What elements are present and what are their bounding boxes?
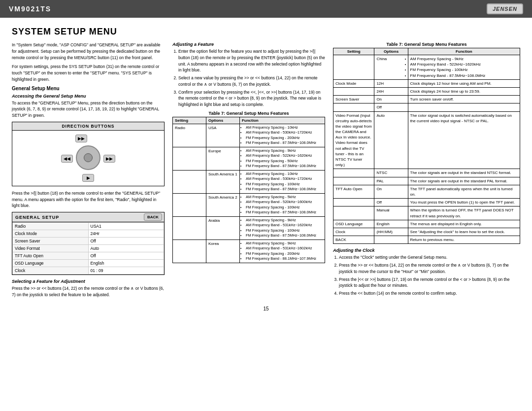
right-table-row: BACKReturn to previous menu. xyxy=(333,236,520,244)
setup-label: Video Format xyxy=(13,245,89,252)
setup-row: Screen SaverOff xyxy=(13,238,164,245)
right-row-setting xyxy=(333,199,374,206)
general-setup-menu-title: General Setup Menu xyxy=(12,86,165,91)
col-left: In "System Setup" mode, "ASP CONFIG" and… xyxy=(12,42,165,301)
right-row-setting xyxy=(333,206,374,220)
setup-row: TFT Auto OpenOff xyxy=(13,252,164,260)
right-row-setting xyxy=(333,87,374,95)
accessing-title: Accessing the General Setup Menu xyxy=(12,94,165,99)
right-table-row: Clock Mode12HClock displays 12 hour time… xyxy=(333,79,520,87)
mid-row-function: AM Frequency Spacing - 9kHzAM Frequency … xyxy=(239,216,325,240)
right-row-option: 12H xyxy=(374,79,408,87)
mid-row-option: South America 2 xyxy=(206,193,239,216)
mid-row-setting xyxy=(173,147,206,170)
setup-value: Off xyxy=(88,252,164,260)
right-table-row: NTSCThe color signals are output in the … xyxy=(333,169,520,177)
mid-th-function: Function xyxy=(239,117,325,124)
header-logo: JENSEN xyxy=(487,3,523,14)
mid-table-row: RadioUSAAM Frequency Spacing - 10kHzAM F… xyxy=(173,124,325,147)
selecting-title: Selecting a Feature for Adjustment xyxy=(12,279,165,284)
col-mid: Adjusting a Feature Enter the option fie… xyxy=(172,42,325,263)
adjusting-step: Select a new value by pressing the >> or… xyxy=(178,75,325,88)
right-row-function: See "Adjusting the clock" to learn how t… xyxy=(408,228,520,236)
three-col-layout: In "System Setup" mode, "ASP CONFIG" and… xyxy=(12,42,520,301)
page-wrapper: VM9021TS JENSEN SYSTEM SETUP MENU In "Sy… xyxy=(0,0,532,411)
setup-row: OSD LanguageEnglish xyxy=(13,260,164,267)
right-row-option: Manual xyxy=(374,206,408,220)
right-row-setting xyxy=(333,177,374,185)
right-table-row: 24HClock displays 24 hour time up to 23:… xyxy=(333,87,520,95)
right-table-row: Screen SaverOnTurn screen saver on/off. xyxy=(333,96,520,103)
clock-step: Press the << button (14) on the remote c… xyxy=(339,290,520,297)
right-table-row: OSD LanguageEnglishThe menus are display… xyxy=(333,220,520,228)
mid-row-function: AM Frequency Spacing - 9kHzAM Frequency … xyxy=(239,147,325,170)
page-number: 15 xyxy=(12,306,520,311)
right-row-option: On xyxy=(374,185,408,198)
right-table-row: PALThe color signals are output in the s… xyxy=(333,177,520,185)
joystick-circle xyxy=(76,145,100,170)
right-feature-table: Setting Options Function ChinaAM Frequen… xyxy=(333,48,520,244)
right-th-setting: Setting xyxy=(333,48,374,55)
right-row-function: When the ignition is turned OFF, the TFT… xyxy=(408,206,520,220)
right-table-row: ChinaAM Frequency Spacing - 9kHzAM Frequ… xyxy=(333,55,520,80)
setup-value: 01 : 09 xyxy=(88,267,164,274)
back-button[interactable]: BACK xyxy=(144,213,162,221)
right-row-option: China xyxy=(374,55,408,80)
setup-row: Video FormatAuto xyxy=(13,245,164,252)
right-row-setting: Video Format (Input circuitry auto-detec… xyxy=(333,111,374,169)
general-setup-title: GENERAL SETUP xyxy=(12,213,62,221)
setup-label: Screen Saver xyxy=(13,238,89,245)
page-title: SYSTEM SETUP MENU xyxy=(12,27,520,37)
setup-value: English xyxy=(88,260,164,267)
right-row-option: On xyxy=(374,96,408,103)
mid-row-setting xyxy=(173,170,206,193)
right-row-option: Off xyxy=(374,103,408,111)
joystick-center xyxy=(84,153,93,162)
header-bar: VM9021TS JENSEN xyxy=(0,0,532,18)
setup-label: Clock Mode xyxy=(13,230,89,238)
adjusting-clock-steps: Access the "Clock" setting under the Gen… xyxy=(333,254,520,297)
right-row-option xyxy=(374,236,408,244)
setup-table: RadioUSA1Clock Mode24HrScreen SaverOffVi… xyxy=(12,222,164,274)
press-text: Press the >/|| button (18) on the remote… xyxy=(12,190,165,209)
right-th-function: Function xyxy=(408,48,520,55)
right-row-function: The color signals are output in the stan… xyxy=(408,169,520,177)
intro-p1: In "System Setup" mode, "ASP CONFIG" and… xyxy=(12,42,165,61)
right-table-caption: Table 7: General Setup Menu Features xyxy=(333,42,520,47)
right-row-option: English xyxy=(374,220,408,228)
setup-value: Auto xyxy=(88,245,164,252)
mid-row-setting: Radio xyxy=(173,124,206,147)
right-th-options: Options xyxy=(374,48,408,55)
mid-table-row: South America 1AM Frequency Spacing - 10… xyxy=(173,170,325,193)
right-row-setting xyxy=(333,103,374,111)
adjusting-title: Adjusting a Feature xyxy=(172,42,325,47)
right-table-row: ManualWhen the ignition is turned OFF, t… xyxy=(333,206,520,220)
right-table-row: Off xyxy=(333,103,520,111)
forward-btn: ▶▶ xyxy=(75,135,87,142)
right-row-function: You must press the OPEN button (1) to op… xyxy=(408,199,520,206)
right-row-function: The menus are displayed in English only. xyxy=(408,220,520,228)
mid-row-function: AM Frequency Spacing - 10kHzAM Frequency… xyxy=(239,170,325,193)
right-row-setting: TFT Auto Open xyxy=(333,185,374,198)
mid-row-option: South America 1 xyxy=(206,170,239,193)
header-title: VM9021TS xyxy=(9,5,51,13)
right-row-setting: BACK xyxy=(333,236,374,244)
mid-table-row: South America 2AM Frequency Spacing - 5k… xyxy=(173,193,325,216)
col-right: Table 7: General Setup Menu Features Set… xyxy=(333,42,520,300)
right-row-option: 24H xyxy=(374,87,408,95)
right-row-setting: Screen Saver xyxy=(333,96,374,103)
adjusting-steps: Enter the option field for the feature y… xyxy=(172,48,325,108)
right-row-setting xyxy=(333,55,374,80)
direction-box: DIRECTION BUTTONS ▶▶ ◀◀ ▶▶ xyxy=(12,122,165,186)
play-btn: ▶ xyxy=(82,174,94,182)
mid-th-setting: Setting xyxy=(173,117,206,124)
mid-feature-table: Setting Options Function RadioUSAAM Freq… xyxy=(172,117,325,263)
mid-th-options: Options xyxy=(206,117,239,124)
setup-label: Radio xyxy=(13,223,89,230)
right-row-function: AM Frequency Spacing - 9kHzAM Frequency … xyxy=(408,55,520,80)
mid-row-option: Korea xyxy=(206,240,239,263)
right-row-option: PAL xyxy=(374,177,408,185)
mid-row-function: AM Frequency Spacing - 9kHzAM Frequency … xyxy=(239,240,325,263)
right-row-function: The color signals are output in the stan… xyxy=(408,177,520,185)
mid-row-function: AM Frequency Spacing - 10kHzAM Frequency… xyxy=(239,124,325,147)
